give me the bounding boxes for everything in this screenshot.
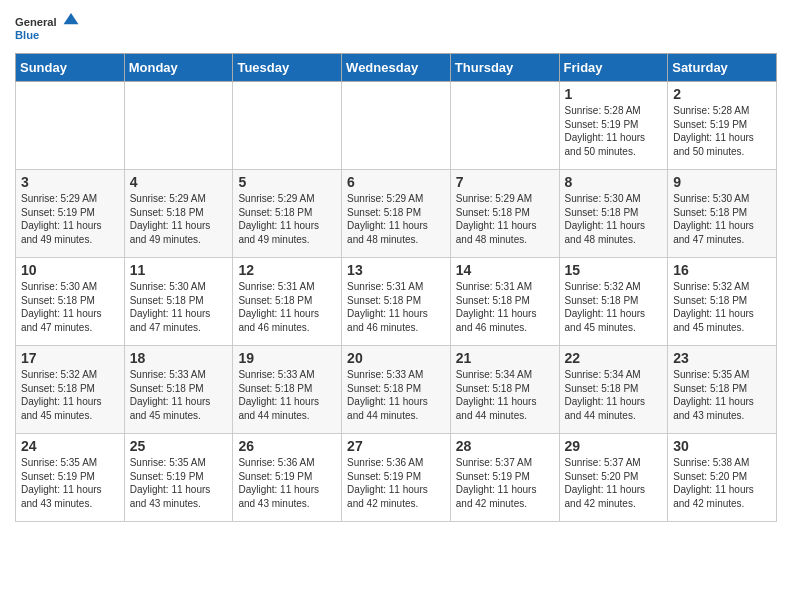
calendar-cell: 1Sunrise: 5:28 AM Sunset: 5:19 PM Daylig… — [559, 82, 668, 170]
day-number: 16 — [673, 262, 771, 278]
calendar-cell: 20Sunrise: 5:33 AM Sunset: 5:18 PM Dayli… — [342, 346, 451, 434]
day-number: 12 — [238, 262, 336, 278]
day-info: Sunrise: 5:30 AM Sunset: 5:18 PM Dayligh… — [673, 192, 771, 246]
calendar-week-row: 1Sunrise: 5:28 AM Sunset: 5:19 PM Daylig… — [16, 82, 777, 170]
calendar-body: 1Sunrise: 5:28 AM Sunset: 5:19 PM Daylig… — [16, 82, 777, 522]
calendar-cell: 19Sunrise: 5:33 AM Sunset: 5:18 PM Dayli… — [233, 346, 342, 434]
calendar-cell: 6Sunrise: 5:29 AM Sunset: 5:18 PM Daylig… — [342, 170, 451, 258]
day-info: Sunrise: 5:36 AM Sunset: 5:19 PM Dayligh… — [238, 456, 336, 510]
day-number: 19 — [238, 350, 336, 366]
day-number: 27 — [347, 438, 445, 454]
calendar-cell: 12Sunrise: 5:31 AM Sunset: 5:18 PM Dayli… — [233, 258, 342, 346]
calendar-cell: 29Sunrise: 5:37 AM Sunset: 5:20 PM Dayli… — [559, 434, 668, 522]
day-number: 3 — [21, 174, 119, 190]
day-info: Sunrise: 5:36 AM Sunset: 5:19 PM Dayligh… — [347, 456, 445, 510]
day-number: 17 — [21, 350, 119, 366]
day-number: 11 — [130, 262, 228, 278]
calendar-cell: 14Sunrise: 5:31 AM Sunset: 5:18 PM Dayli… — [450, 258, 559, 346]
calendar-cell — [342, 82, 451, 170]
day-number: 9 — [673, 174, 771, 190]
calendar-cell: 11Sunrise: 5:30 AM Sunset: 5:18 PM Dayli… — [124, 258, 233, 346]
day-number: 2 — [673, 86, 771, 102]
day-info: Sunrise: 5:33 AM Sunset: 5:18 PM Dayligh… — [347, 368, 445, 422]
calendar-cell: 10Sunrise: 5:30 AM Sunset: 5:18 PM Dayli… — [16, 258, 125, 346]
day-info: Sunrise: 5:29 AM Sunset: 5:18 PM Dayligh… — [238, 192, 336, 246]
calendar-week-row: 3Sunrise: 5:29 AM Sunset: 5:19 PM Daylig… — [16, 170, 777, 258]
calendar-cell: 25Sunrise: 5:35 AM Sunset: 5:19 PM Dayli… — [124, 434, 233, 522]
calendar-cell: 8Sunrise: 5:30 AM Sunset: 5:18 PM Daylig… — [559, 170, 668, 258]
calendar-cell: 30Sunrise: 5:38 AM Sunset: 5:20 PM Dayli… — [668, 434, 777, 522]
day-number: 20 — [347, 350, 445, 366]
day-number: 29 — [565, 438, 663, 454]
day-info: Sunrise: 5:31 AM Sunset: 5:18 PM Dayligh… — [238, 280, 336, 334]
calendar-week-row: 24Sunrise: 5:35 AM Sunset: 5:19 PM Dayli… — [16, 434, 777, 522]
calendar-cell: 23Sunrise: 5:35 AM Sunset: 5:18 PM Dayli… — [668, 346, 777, 434]
day-info: Sunrise: 5:32 AM Sunset: 5:18 PM Dayligh… — [21, 368, 119, 422]
calendar-cell — [124, 82, 233, 170]
calendar-cell — [450, 82, 559, 170]
day-number: 4 — [130, 174, 228, 190]
weekday-header-friday: Friday — [559, 54, 668, 82]
weekday-header-wednesday: Wednesday — [342, 54, 451, 82]
calendar-cell: 7Sunrise: 5:29 AM Sunset: 5:18 PM Daylig… — [450, 170, 559, 258]
page-header: General Blue — [15, 10, 777, 45]
day-number: 8 — [565, 174, 663, 190]
day-info: Sunrise: 5:34 AM Sunset: 5:18 PM Dayligh… — [565, 368, 663, 422]
calendar-header: SundayMondayTuesdayWednesdayThursdayFrid… — [16, 54, 777, 82]
calendar-cell: 26Sunrise: 5:36 AM Sunset: 5:19 PM Dayli… — [233, 434, 342, 522]
day-info: Sunrise: 5:32 AM Sunset: 5:18 PM Dayligh… — [565, 280, 663, 334]
svg-text:Blue: Blue — [15, 29, 39, 41]
day-info: Sunrise: 5:37 AM Sunset: 5:19 PM Dayligh… — [456, 456, 554, 510]
day-info: Sunrise: 5:32 AM Sunset: 5:18 PM Dayligh… — [673, 280, 771, 334]
day-info: Sunrise: 5:33 AM Sunset: 5:18 PM Dayligh… — [238, 368, 336, 422]
day-number: 10 — [21, 262, 119, 278]
day-info: Sunrise: 5:30 AM Sunset: 5:18 PM Dayligh… — [21, 280, 119, 334]
day-number: 18 — [130, 350, 228, 366]
day-info: Sunrise: 5:35 AM Sunset: 5:19 PM Dayligh… — [21, 456, 119, 510]
calendar-cell: 28Sunrise: 5:37 AM Sunset: 5:19 PM Dayli… — [450, 434, 559, 522]
day-number: 24 — [21, 438, 119, 454]
day-number: 5 — [238, 174, 336, 190]
day-number: 26 — [238, 438, 336, 454]
calendar-cell: 15Sunrise: 5:32 AM Sunset: 5:18 PM Dayli… — [559, 258, 668, 346]
day-number: 23 — [673, 350, 771, 366]
day-number: 25 — [130, 438, 228, 454]
day-info: Sunrise: 5:29 AM Sunset: 5:19 PM Dayligh… — [21, 192, 119, 246]
calendar-cell: 3Sunrise: 5:29 AM Sunset: 5:19 PM Daylig… — [16, 170, 125, 258]
weekday-header-sunday: Sunday — [16, 54, 125, 82]
svg-marker-1 — [64, 13, 79, 24]
day-number: 22 — [565, 350, 663, 366]
day-info: Sunrise: 5:31 AM Sunset: 5:18 PM Dayligh… — [347, 280, 445, 334]
calendar-cell: 24Sunrise: 5:35 AM Sunset: 5:19 PM Dayli… — [16, 434, 125, 522]
weekday-header-saturday: Saturday — [668, 54, 777, 82]
calendar-cell: 9Sunrise: 5:30 AM Sunset: 5:18 PM Daylig… — [668, 170, 777, 258]
calendar-cell: 17Sunrise: 5:32 AM Sunset: 5:18 PM Dayli… — [16, 346, 125, 434]
day-info: Sunrise: 5:35 AM Sunset: 5:19 PM Dayligh… — [130, 456, 228, 510]
day-info: Sunrise: 5:38 AM Sunset: 5:20 PM Dayligh… — [673, 456, 771, 510]
day-info: Sunrise: 5:29 AM Sunset: 5:18 PM Dayligh… — [456, 192, 554, 246]
calendar-table: SundayMondayTuesdayWednesdayThursdayFrid… — [15, 53, 777, 522]
calendar-cell: 13Sunrise: 5:31 AM Sunset: 5:18 PM Dayli… — [342, 258, 451, 346]
day-number: 1 — [565, 86, 663, 102]
logo-icon: General Blue — [15, 10, 85, 45]
day-info: Sunrise: 5:35 AM Sunset: 5:18 PM Dayligh… — [673, 368, 771, 422]
day-number: 13 — [347, 262, 445, 278]
weekday-header-thursday: Thursday — [450, 54, 559, 82]
day-number: 21 — [456, 350, 554, 366]
day-number: 30 — [673, 438, 771, 454]
day-info: Sunrise: 5:34 AM Sunset: 5:18 PM Dayligh… — [456, 368, 554, 422]
svg-text:General: General — [15, 16, 57, 28]
calendar-cell: 18Sunrise: 5:33 AM Sunset: 5:18 PM Dayli… — [124, 346, 233, 434]
calendar-cell — [16, 82, 125, 170]
day-info: Sunrise: 5:28 AM Sunset: 5:19 PM Dayligh… — [565, 104, 663, 158]
calendar-cell: 22Sunrise: 5:34 AM Sunset: 5:18 PM Dayli… — [559, 346, 668, 434]
calendar-cell: 21Sunrise: 5:34 AM Sunset: 5:18 PM Dayli… — [450, 346, 559, 434]
logo: General Blue — [15, 10, 85, 45]
calendar-week-row: 10Sunrise: 5:30 AM Sunset: 5:18 PM Dayli… — [16, 258, 777, 346]
day-number: 7 — [456, 174, 554, 190]
calendar-cell: 27Sunrise: 5:36 AM Sunset: 5:19 PM Dayli… — [342, 434, 451, 522]
day-info: Sunrise: 5:30 AM Sunset: 5:18 PM Dayligh… — [565, 192, 663, 246]
day-info: Sunrise: 5:33 AM Sunset: 5:18 PM Dayligh… — [130, 368, 228, 422]
weekday-header-tuesday: Tuesday — [233, 54, 342, 82]
weekday-row: SundayMondayTuesdayWednesdayThursdayFrid… — [16, 54, 777, 82]
